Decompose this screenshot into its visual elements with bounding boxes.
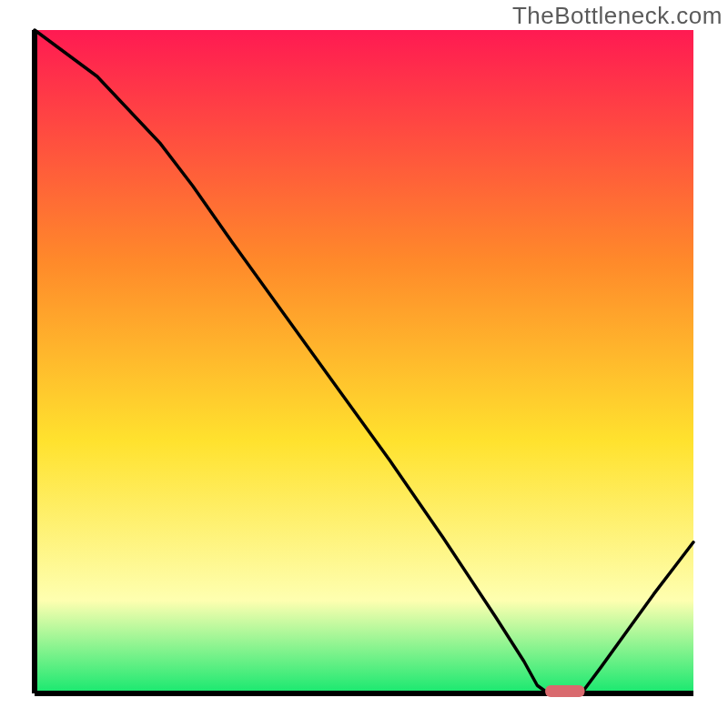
chart-frame: TheBottleneck.com	[0, 0, 728, 728]
bottleneck-chart	[0, 0, 728, 728]
plot-background	[35, 30, 693, 693]
watermark-text: TheBottleneck.com	[512, 2, 723, 30]
optimum-marker	[545, 685, 584, 697]
